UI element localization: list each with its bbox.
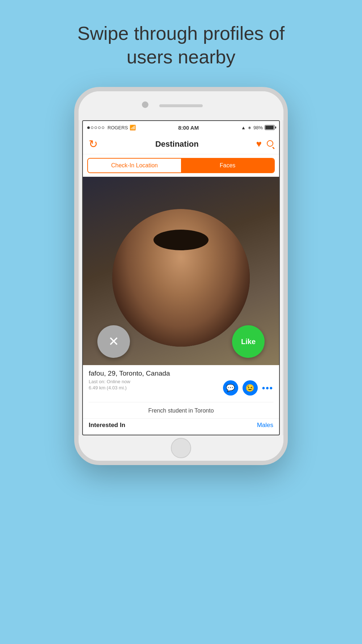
phone-screen: ROGERS 📶 8:00 AM ▲ ∗ 98% ↻ Destination ♥: [82, 120, 280, 435]
distance: 6.49 km (4.03 mi.): [89, 385, 130, 390]
home-button[interactable]: [171, 438, 191, 458]
refresh-icon[interactable]: ↻: [89, 138, 98, 150]
search-icon[interactable]: [267, 140, 273, 148]
chat-button[interactable]: 💬: [223, 380, 238, 396]
signal-dot-5: [102, 126, 104, 129]
wifi-icon: 📶: [130, 125, 136, 130]
profile-info: fafou, 29, Toronto, Canada Last on: Onli…: [83, 365, 279, 398]
like-button[interactable]: Like: [232, 325, 265, 358]
interested-in-row: Interested In Males: [83, 418, 279, 435]
carrier-name: ROGERS: [108, 125, 128, 130]
profile-meta: Last on: Online now 6.49 km (4.03 mi.) 💬…: [89, 379, 273, 396]
interested-in-label: Interested In: [89, 422, 125, 429]
app-title: Destination: [155, 139, 199, 149]
wink-button[interactable]: 😉: [243, 380, 258, 396]
battery-icon-container: [265, 125, 275, 130]
status-time: 8:00 AM: [178, 125, 199, 131]
tab-faces[interactable]: Faces: [181, 159, 274, 172]
status-right: ▲ ∗ 98%: [241, 125, 275, 130]
signal-dot-2: [91, 126, 93, 129]
app-header: ↻ Destination ♥: [83, 134, 279, 154]
battery-icon: [265, 125, 275, 130]
location-arrow-icon: ▲: [241, 125, 246, 130]
profile-bio: French student in Toronto: [83, 406, 279, 418]
more-button[interactable]: •••: [262, 383, 273, 393]
battery-percent: 98%: [253, 125, 263, 130]
phone-device: ROGERS 📶 8:00 AM ▲ ∗ 98% ↻ Destination ♥: [74, 87, 288, 465]
signal-dot-3: [94, 126, 97, 129]
interested-in-value: Males: [257, 422, 273, 429]
header-icons: ♥: [256, 138, 273, 150]
signal-dot-4: [98, 126, 101, 129]
battery-fill: [265, 126, 274, 129]
divider-1: [89, 402, 273, 402]
profile-photo-area: ✕ Like: [83, 177, 279, 365]
status-left: ROGERS 📶: [87, 125, 136, 130]
tab-checkin[interactable]: Check-In Location: [88, 159, 181, 172]
bluetooth-icon: ∗: [248, 125, 252, 130]
phone-bottom-bar: [79, 435, 283, 461]
phone-top-bar: [79, 91, 283, 120]
phone-speaker: [159, 104, 203, 107]
dislike-button[interactable]: ✕: [97, 325, 130, 358]
signal-dot-1: [87, 126, 90, 129]
page-headline: Swipe through profiles of users nearby: [54, 22, 308, 69]
action-buttons: ✕ Like: [83, 325, 279, 358]
signal-dots: [87, 126, 104, 129]
profile-action-icons: 💬 😉 •••: [223, 380, 273, 396]
segmented-control: Check-In Location Faces: [87, 158, 275, 173]
profile-name: fafou, 29, Toronto, Canada: [89, 369, 273, 377]
last-seen: Last on: Online now: [89, 379, 130, 384]
status-bar: ROGERS 📶 8:00 AM ▲ ∗ 98%: [83, 121, 279, 134]
profile-meta-left: Last on: Online now 6.49 km (4.03 mi.): [89, 379, 130, 390]
heart-icon[interactable]: ♥: [256, 138, 262, 150]
phone-camera: [142, 101, 148, 108]
